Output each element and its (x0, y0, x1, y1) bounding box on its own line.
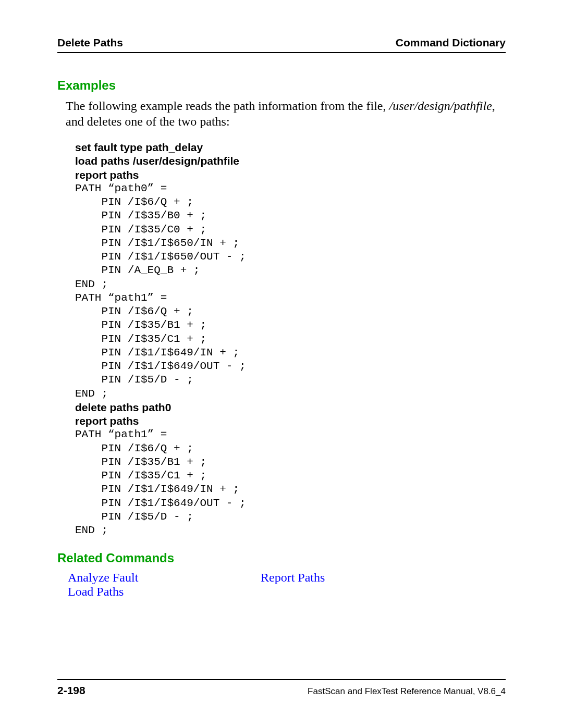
code-line: set fault type path_delay (75, 141, 506, 154)
page: Delete Paths Command Dictionary Examples… (0, 0, 563, 728)
code-line: report paths (75, 414, 506, 428)
related-commands: Analyze FaultLoad Paths Report Paths (68, 571, 506, 599)
page-footer: 2-198 FastScan and FlexTest Reference Ma… (57, 679, 506, 697)
header-left: Delete Paths (57, 36, 123, 49)
related-link[interactable]: Analyze Fault (68, 571, 261, 585)
related-heading: Related Commands (57, 551, 506, 565)
intro-italic: /user/design/pathfile (389, 99, 492, 113)
code-line: PIN /I$6/Q + ; (75, 195, 506, 209)
code-line: PIN /I$1/I$649/IN + ; (75, 483, 506, 496)
code-line: PIN /I$1/I$649/OUT - ; (75, 497, 506, 510)
code-line: PIN /I$35/B1 + ; (75, 318, 506, 332)
code-line: PIN /I$6/Q + ; (75, 442, 506, 455)
code-line: PIN /I$35/B0 + ; (75, 209, 506, 223)
code-line: PIN /A_EQ_B + ; (75, 264, 506, 277)
code-line: END ; (75, 524, 506, 537)
code-line: PIN /I$1/I$650/OUT - ; (75, 250, 506, 264)
page-header: Delete Paths Command Dictionary (57, 36, 506, 53)
footer-doc-title: FastScan and FlexTest Reference Manual, … (308, 686, 506, 697)
code-line: PIN /I$5/D - ; (75, 373, 506, 387)
code-line: PATH “path0” = (75, 182, 506, 195)
code-line: PIN /I$35/B1 + ; (75, 455, 506, 469)
code-line: PIN /I$35/C1 + ; (75, 332, 506, 346)
code-line: PATH “path1” = (75, 428, 506, 441)
code-line: report paths (75, 168, 506, 182)
code-line: PIN /I$5/D - ; (75, 510, 506, 524)
related-link[interactable]: Report Paths (261, 571, 325, 585)
code-line: delete paths path0 (75, 401, 506, 414)
intro-text-1: The following example reads the path inf… (66, 99, 389, 113)
code-line: PIN /I$35/C0 + ; (75, 223, 506, 237)
code-line: PIN /I$1/I$649/IN + ; (75, 346, 506, 360)
examples-intro: The following example reads the path inf… (66, 98, 506, 129)
related-col-right: Report Paths (261, 571, 325, 599)
code-line: PIN /I$1/I$650/IN + ; (75, 237, 506, 250)
header-right: Command Dictionary (396, 36, 506, 49)
code-line: PIN /I$1/I$649/OUT - ; (75, 360, 506, 373)
related-link[interactable]: Load Paths (68, 585, 261, 599)
related-col-left: Analyze FaultLoad Paths (68, 571, 261, 599)
code-line: END ; (75, 387, 506, 401)
example-code-block: set fault type path_delayload paths /use… (75, 141, 506, 537)
code-line: load paths /user/design/pathfile (75, 154, 506, 168)
footer-page-number: 2-198 (57, 684, 85, 697)
code-line: END ; (75, 278, 506, 291)
code-line: PIN /I$6/Q + ; (75, 305, 506, 318)
code-line: PIN /I$35/C1 + ; (75, 469, 506, 483)
code-line: PATH “path1” = (75, 291, 506, 305)
examples-heading: Examples (57, 78, 506, 93)
